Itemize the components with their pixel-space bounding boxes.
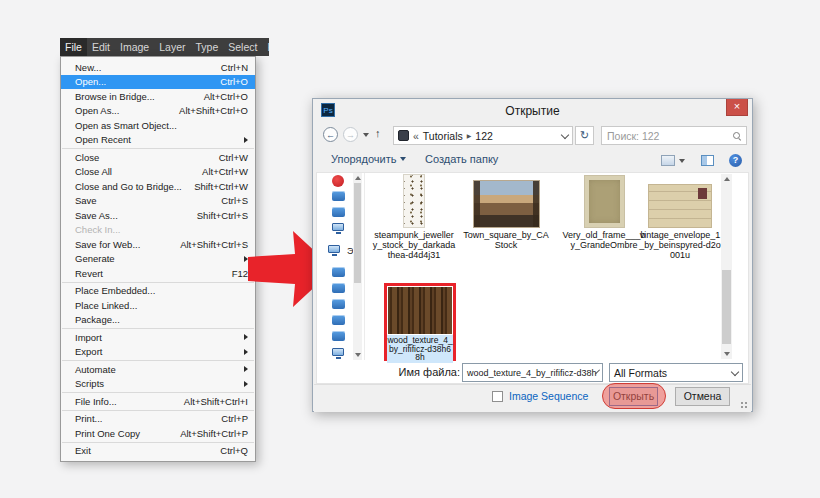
forward-button[interactable]: →: [343, 127, 358, 142]
menu-item-print[interactable]: Print...Ctrl+P: [61, 412, 255, 427]
combo-dropdown-icon[interactable]: [731, 367, 739, 375]
image-sequence-checkbox[interactable]: [492, 391, 503, 402]
breadcrumb-subfolder[interactable]: 122: [475, 130, 493, 142]
format-value: All Formats: [614, 367, 667, 379]
creative-cloud-icon[interactable]: [332, 175, 344, 187]
sidebar-scrollbar[interactable]: [353, 173, 362, 360]
refresh-button[interactable]: ↻: [575, 126, 594, 145]
file-item-town-square[interactable]: Town_square_by_CAStock: [463, 180, 549, 250]
sidebar-folder-icon[interactable]: [332, 315, 345, 325]
sidebar-folder-icon[interactable]: [332, 299, 345, 309]
menu-item-place-linked[interactable]: Place Linked...: [61, 298, 255, 313]
menu-separator: [62, 148, 254, 149]
close-button[interactable]: ×: [726, 99, 748, 116]
menu-item-automate[interactable]: Automate: [61, 362, 255, 377]
photoshop-menubar: File Edit Image Layer Type Select Filter: [60, 38, 269, 56]
format-combobox[interactable]: All Formats: [609, 363, 743, 382]
menu-separator: [62, 442, 254, 443]
menu-item-save-as[interactable]: Save As...Shift+Ctrl+S: [61, 208, 255, 223]
menu-item-generate[interactable]: Generate: [61, 252, 255, 267]
menu-item-close-all[interactable]: Close AllAlt+Ctrl+W: [61, 165, 255, 180]
file-thumbnail: [403, 174, 425, 228]
menu-item-place-embedded[interactable]: Place Embedded...: [61, 284, 255, 299]
preview-pane-button[interactable]: [701, 155, 714, 166]
menu-item-print-one-copy[interactable]: Print One CopyAlt+Shift+Ctrl+P: [61, 426, 255, 441]
file-list-scrollbar[interactable]: [721, 174, 732, 359]
cancel-button[interactable]: Отмена: [675, 387, 730, 406]
file-name-label: wood_texture_4_by_rifificz-d38h68h: [387, 335, 453, 363]
sidebar-folder-icon[interactable]: [332, 267, 345, 277]
address-dropdown-icon[interactable]: [561, 130, 569, 138]
menubar-item-type[interactable]: Type: [190, 38, 223, 56]
file-item-wood-texture-selected[interactable]: wood_texture_4_by_rifificz-d38h68h: [384, 283, 456, 361]
file-item-old-frame[interactable]: Very_old_frame___by_GrandeOmbre: [562, 175, 646, 250]
search-input[interactable]: Поиск: 122: [601, 126, 747, 145]
submenu-arrow-icon: [244, 366, 248, 372]
menu-item-exit[interactable]: ExitCtrl+Q: [61, 444, 255, 459]
up-button[interactable]: ↑: [375, 127, 381, 139]
menu-item-revert[interactable]: RevertF12: [61, 266, 255, 281]
menubar-item-file[interactable]: File: [60, 38, 87, 56]
menu-item-scripts[interactable]: Scripts: [61, 377, 255, 392]
sidebar-folder-icon[interactable]: [332, 283, 345, 293]
breadcrumb-separator-icon: ▶: [467, 132, 472, 139]
change-view-dropdown-icon[interactable]: [679, 159, 685, 163]
recent-locations-dropdown-icon[interactable]: [363, 133, 369, 137]
command-toolbar: Упорядочить Создать папку ?: [313, 148, 752, 172]
search-placeholder: Поиск: 122: [607, 130, 659, 142]
menu-separator: [62, 328, 254, 329]
change-view-button[interactable]: [661, 155, 675, 166]
menu-item-open-smart-object[interactable]: Open as Smart Object...: [61, 118, 255, 133]
filename-value: wood_texture_4_by_rifificz-d38h: [467, 368, 597, 378]
menu-item-import[interactable]: Import: [61, 330, 255, 345]
organize-button[interactable]: Упорядочить: [331, 153, 406, 165]
file-item-steampunk[interactable]: steampunk_jewellery_stock_by_darkadathea…: [372, 174, 456, 260]
menu-item-package[interactable]: Package...: [61, 313, 255, 328]
menu-item-close-go-bridge[interactable]: Close and Go to Bridge...Shift+Ctrl+W: [61, 179, 255, 194]
help-button[interactable]: ?: [729, 154, 742, 167]
filename-combobox[interactable]: wood_texture_4_by_rifificz-d38h: [462, 363, 603, 382]
sidebar-computer-icon[interactable]: [332, 348, 344, 356]
menu-item-browse-in-bridge[interactable]: Browse in Bridge...Alt+Ctrl+O: [61, 89, 255, 104]
scroll-down-icon[interactable]: [355, 353, 361, 357]
scroll-up-icon[interactable]: [724, 177, 730, 181]
file-name-label: vintage_envelope_1_by_beinspyred-d2o001u: [638, 230, 722, 260]
menu-item-new[interactable]: New...Ctrl+N: [61, 60, 255, 75]
menu-separator: [62, 410, 254, 411]
menu-item-open[interactable]: Open...Ctrl+O: [61, 75, 255, 90]
menu-item-export[interactable]: Export: [61, 345, 255, 360]
back-button[interactable]: ←: [323, 127, 338, 142]
search-icon: [733, 132, 741, 140]
screenshot-canvas: File Edit Image Layer Type Select Filter…: [0, 0, 820, 498]
menubar-item-select[interactable]: Select: [223, 38, 262, 56]
scroll-up-icon[interactable]: [355, 176, 361, 180]
menu-item-save[interactable]: SaveCtrl+S: [61, 194, 255, 209]
sidebar-folder-icon[interactable]: [332, 207, 345, 217]
file-item-vintage-envelope[interactable]: vintage_envelope_1_by_beinspyred-d2o001u: [638, 184, 722, 260]
scrollbar-thumb[interactable]: [722, 270, 731, 344]
menu-item-open-recent[interactable]: Open Recent: [61, 133, 255, 148]
this-pc-icon[interactable]: [328, 245, 340, 253]
menubar-item-filter[interactable]: Filter: [262, 38, 269, 56]
navigation-bar: ← → ↑ « Tutorials ▶ 122 ↻ Поиск: 122: [313, 124, 752, 148]
submenu-arrow-icon: [244, 381, 248, 387]
menubar-item-image[interactable]: Image: [115, 38, 154, 56]
menu-item-close[interactable]: CloseCtrl+W: [61, 150, 255, 165]
menu-item-save-for-web[interactable]: Save for Web...Alt+Shift+Ctrl+S: [61, 237, 255, 252]
scrollbar-thumb[interactable]: [354, 183, 361, 283]
menubar-item-edit[interactable]: Edit: [87, 38, 115, 56]
menu-item-open-as[interactable]: Open As...Alt+Shift+Ctrl+O: [61, 104, 255, 119]
menu-item-file-info[interactable]: File Info...Alt+Shift+Ctrl+I: [61, 394, 255, 409]
breadcrumb-folder[interactable]: Tutorials: [423, 130, 463, 142]
sidebar-folder-icon[interactable]: [332, 331, 345, 341]
sidebar-computer-icon[interactable]: [332, 223, 344, 231]
new-folder-button[interactable]: Создать папку: [425, 153, 498, 165]
breadcrumb[interactable]: « Tutorials ▶ 122: [393, 126, 573, 145]
dialog-body-panel: Эт steampunk_jewellery_stock_by_darkadat…: [316, 172, 749, 384]
menubar-item-layer[interactable]: Layer: [154, 38, 190, 56]
file-menu-dropdown: New...Ctrl+N Open...Ctrl+O Browse in Bri…: [60, 56, 256, 462]
resize-grip[interactable]: [740, 401, 749, 410]
breadcrumb-overflow[interactable]: «: [413, 130, 419, 142]
sidebar-folder-icon[interactable]: [332, 191, 345, 201]
scroll-down-icon[interactable]: [724, 352, 730, 356]
